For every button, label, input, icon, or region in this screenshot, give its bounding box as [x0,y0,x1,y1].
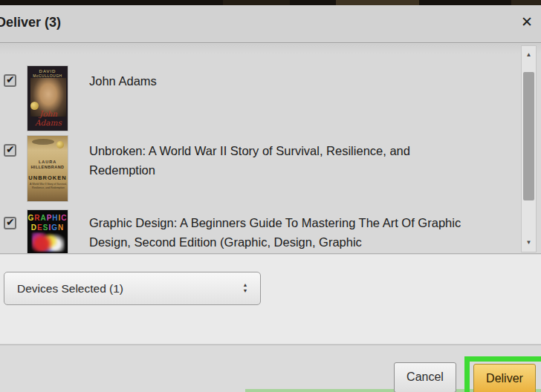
device-select-section: Devices Selected (1) ▲ ▼ [0,255,541,344]
book-title: Graphic Design: A Beginners Guide To Mas… [89,213,464,252]
background-page-content [511,0,541,5]
list-scrollbar[interactable]: ▲ ▼ [521,45,537,252]
modal-footer: Cancel Deliver [0,344,541,392]
cover-author-line: LAURA [27,160,68,164]
modal-header: Deliver (3) ✕ [0,5,541,43]
check-icon: ✔ [6,74,15,85]
check-icon: ✔ [6,143,15,155]
close-icon[interactable]: ✕ [518,13,536,32]
deliver-button[interactable]: Deliver [473,364,536,392]
book-checkbox[interactable]: ✔ [4,74,16,87]
book-checkbox[interactable]: ✔ [4,144,16,157]
devices-selected-value: Devices Selected (1) [17,282,123,295]
cover-title-line: GRAPHIC [27,213,68,223]
cover-subtitle: A World War II Story of Survival, Resili… [30,183,67,189]
cancel-button[interactable]: Cancel [394,362,456,392]
cover-title: UNBROKEN [27,174,68,181]
dropdown-arrows-icon: ▲ ▼ [242,282,249,294]
deliver-dialog-screen: Deliver (3) ✕ ✔ DAVID McCULLOUGH John Ad… [0,0,541,392]
book-row-john-adams[interactable]: ✔ DAVID McCULLOUGH John Adams John Adams [0,65,505,135]
cover-medallion [56,141,64,148]
book-title: Unbroken: A World War II Story of Surviv… [89,141,464,180]
scroll-down-icon[interactable]: ▼ [522,234,536,252]
scroll-up-icon[interactable]: ▲ [522,46,536,64]
cover-author-line: HILLENBRAND [27,165,68,169]
dropdown-down-icon: ▼ [243,288,248,293]
scrollbar-thumb[interactable] [523,72,534,200]
book-checkbox[interactable]: ✔ [4,217,16,229]
modal-title: Deliver (3) [0,15,61,30]
cover-title-line: DESIGN [27,223,68,232]
dropdown-up-icon: ▲ [243,282,248,287]
cover-title-script: John Adams [33,109,63,127]
background-page [0,0,541,5]
background-page-content [336,0,419,5]
check-icon: ✔ [6,216,15,228]
book-list: ✔ DAVID McCULLOUGH John Adams John Adams… [0,44,541,254]
book-cover-john-adams: DAVID McCULLOUGH John Adams [27,65,68,131]
cover-color-burst [32,232,65,252]
cover-cloud [32,139,54,145]
devices-selected-dropdown[interactable]: Devices Selected (1) ▲ ▼ [4,272,261,305]
background-page-content [223,0,290,5]
book-cover-unbroken: LAURA HILLENBRAND UNBROKEN A World War I… [27,135,68,202]
green-highlight-box: Deliver [464,356,541,392]
book-row-unbroken[interactable]: ✔ LAURA HILLENBRAND UNBROKEN A World War… [0,135,505,205]
book-cover-graphic-design: GRAPHIC DESIGN [27,209,68,254]
book-title: John Adams [89,71,464,91]
book-row-graphic-design[interactable]: ✔ GRAPHIC DESIGN Graphic Design: A Begin… [0,209,505,254]
deliver-modal: Deliver (3) ✕ ✔ DAVID McCULLOUGH John Ad… [0,5,541,392]
